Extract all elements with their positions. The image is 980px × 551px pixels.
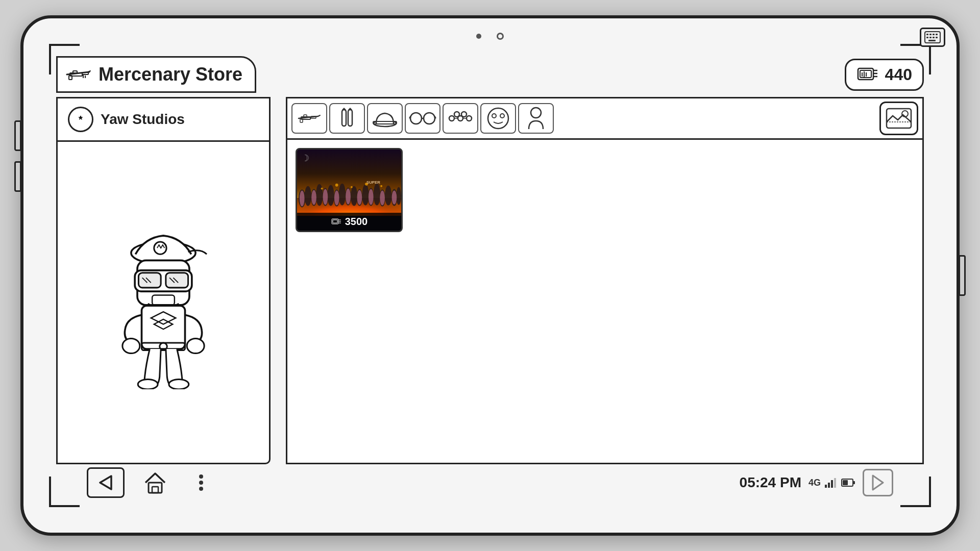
svg-point-104 <box>335 184 338 187</box>
svg-rect-51 <box>348 110 352 126</box>
svg-point-40 <box>122 338 140 353</box>
svg-rect-12 <box>73 71 77 73</box>
svg-point-93 <box>396 187 401 205</box>
store-item-1[interactable]: SUPER ☽ <box>296 148 403 232</box>
svg-point-61 <box>449 116 454 121</box>
tab-weapons[interactable] <box>291 103 327 134</box>
svg-point-79 <box>316 184 323 206</box>
svg-point-102 <box>392 190 397 204</box>
studio-name: Yaw Studios <box>101 111 185 128</box>
svg-point-83 <box>339 184 346 206</box>
moon-icon: ☽ <box>301 153 309 164</box>
right-panel: SUPER ☽ <box>286 97 924 464</box>
svg-rect-46 <box>304 115 307 117</box>
svg-rect-125 <box>853 481 855 484</box>
currency-amount: 440 <box>885 65 912 84</box>
tablet-frame: Mercenary Store 440 <box>20 15 960 536</box>
nav-dot-2[interactable] <box>497 33 504 40</box>
volume-up-button[interactable] <box>14 120 21 151</box>
item-price-1: 3500 <box>345 216 368 228</box>
svg-rect-50 <box>342 110 346 126</box>
svg-point-57 <box>424 113 435 124</box>
svg-point-105 <box>351 186 353 188</box>
nav-dot-1[interactable] <box>476 34 481 39</box>
svg-point-107 <box>380 185 382 187</box>
svg-rect-6 <box>929 37 932 38</box>
svg-point-68 <box>488 108 508 129</box>
svg-text:SUPER: SUPER <box>366 180 380 185</box>
nav-dots <box>476 33 504 40</box>
bottom-nav: 05:24 PM 4G <box>87 467 893 498</box>
header-bar: Mercenary Store 440 <box>56 56 924 93</box>
svg-rect-115 <box>149 483 162 493</box>
left-panel: * Yaw Studios <box>56 97 271 464</box>
price-currency-icon <box>331 217 342 227</box>
svg-point-85 <box>351 186 358 206</box>
svg-point-117 <box>199 474 203 479</box>
svg-rect-30 <box>138 272 161 287</box>
svg-rect-2 <box>929 34 932 35</box>
tab-background[interactable] <box>879 102 918 135</box>
svg-rect-9 <box>928 40 936 41</box>
svg-rect-120 <box>825 485 827 488</box>
svg-point-91 <box>385 186 392 206</box>
svg-point-42 <box>138 379 158 389</box>
currency-icon <box>856 65 879 84</box>
svg-point-41 <box>187 338 204 353</box>
svg-point-69 <box>492 114 496 118</box>
svg-point-97 <box>334 190 339 205</box>
svg-point-77 <box>305 186 312 206</box>
svg-point-119 <box>199 487 203 491</box>
svg-point-43 <box>169 379 189 389</box>
svg-rect-3 <box>933 34 935 35</box>
nav-left <box>87 467 216 498</box>
svg-rect-110 <box>333 220 337 223</box>
tab-glasses[interactable] <box>405 103 440 134</box>
play-button[interactable] <box>863 469 893 496</box>
status-bar: 05:24 PM 4G <box>740 469 893 496</box>
tab-ammo[interactable] <box>329 103 365 134</box>
network-type: 4G <box>808 478 821 488</box>
power-button[interactable] <box>959 255 966 296</box>
studio-header: * Yaw Studios <box>58 98 269 142</box>
tab-character[interactable] <box>518 103 554 134</box>
svg-rect-126 <box>843 480 848 485</box>
svg-rect-8 <box>936 37 938 38</box>
volume-down-button[interactable] <box>14 161 21 192</box>
items-grid: SUPER ☽ <box>287 140 922 463</box>
svg-point-94 <box>300 190 305 206</box>
back-button[interactable] <box>87 467 125 498</box>
keyboard-icon[interactable] <box>920 28 945 47</box>
tab-face[interactable] <box>480 103 516 134</box>
svg-point-118 <box>199 481 203 485</box>
svg-point-98 <box>346 189 351 205</box>
studio-logo: * <box>68 107 93 132</box>
item-price-bar-1: 3500 <box>297 213 401 231</box>
svg-point-87 <box>362 185 369 206</box>
svg-point-71 <box>531 108 541 118</box>
svg-rect-116 <box>152 487 158 493</box>
category-tabs <box>287 98 922 140</box>
svg-marker-52 <box>342 108 346 110</box>
home-button[interactable] <box>140 469 170 496</box>
store-title: Mercenary Store <box>99 64 242 85</box>
svg-rect-122 <box>831 480 833 488</box>
tab-hat[interactable] <box>367 103 403 134</box>
svg-point-65 <box>467 116 472 121</box>
svg-marker-114 <box>100 476 111 489</box>
svg-marker-127 <box>873 475 883 490</box>
tab-beads[interactable] <box>443 103 478 134</box>
currency-box: 440 <box>845 59 924 91</box>
svg-point-103 <box>321 188 323 190</box>
svg-point-81 <box>327 185 334 206</box>
svg-rect-7 <box>933 37 935 38</box>
svg-point-101 <box>380 190 385 205</box>
main-content: Mercenary Store 440 <box>56 56 924 505</box>
svg-rect-5 <box>926 37 928 38</box>
more-options-button[interactable] <box>186 469 216 496</box>
svg-rect-123 <box>834 478 836 488</box>
rifle-icon <box>66 65 91 84</box>
character-display <box>58 142 269 463</box>
character-svg <box>92 216 235 389</box>
svg-rect-4 <box>936 34 938 35</box>
